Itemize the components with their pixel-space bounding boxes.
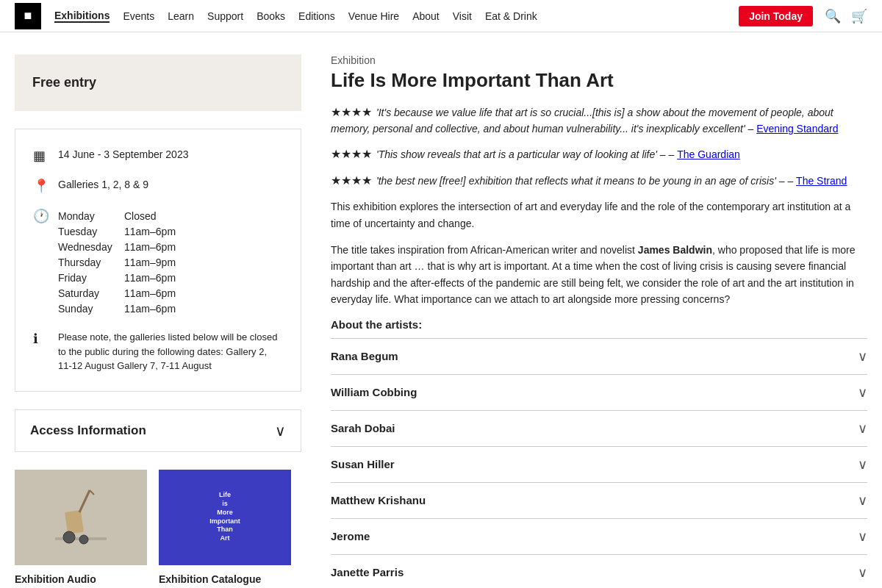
right-column: Exhibition Life Is More Important Than A… — [331, 54, 867, 588]
svg-point-4 — [63, 531, 75, 543]
artist-name: Janette Parris — [331, 566, 404, 578]
artist-name: Susan Hiller — [331, 458, 395, 470]
review-source[interactable]: The Strand — [796, 175, 847, 187]
left-column: Free entry ▦ 14 June - 3 September 2023 … — [15, 54, 301, 588]
catalogue-cover-text: LifeisMoreImportantThanArt — [209, 491, 240, 542]
svg-line-3 — [90, 490, 94, 495]
catalogue-cover: LifeisMoreImportantThanArt — [196, 481, 254, 554]
nav-link-editions[interactable]: Editions — [298, 10, 335, 22]
logo-icon: ■ — [24, 8, 32, 24]
hours-time: 11am–6pm — [124, 301, 176, 317]
chevron-down-icon: ∨ — [858, 348, 867, 365]
navigation: ■ ExhibitionsEventsLearnSupportBooksEdit… — [0, 0, 882, 32]
exhibition-label: Exhibition — [331, 54, 867, 66]
artist-name: Rana Begum — [331, 350, 398, 362]
sculpture-image — [51, 484, 110, 551]
hours-day: Thursday — [58, 255, 124, 270]
review-0: ★★★★'It's because we value life that art… — [331, 104, 867, 137]
hours-time: 11am–6pm — [124, 224, 176, 240]
media-cards: Exhibition AudioDescriptions LifeisMoreI… — [15, 470, 301, 589]
logo[interactable]: ■ — [15, 3, 41, 29]
nav-link-exhibitions[interactable]: Exhibitions — [54, 10, 110, 23]
review-text: 'This show reveals that art is a particu… — [376, 148, 677, 160]
description-1: This exhibition explores the intersectio… — [331, 198, 867, 232]
artist-row-4[interactable]: Matthew Krishanu∨ — [331, 482, 867, 518]
hours-day: Tuesday — [58, 224, 124, 240]
free-entry-box: Free entry — [15, 54, 301, 111]
free-entry-label: Free entry — [32, 75, 96, 90]
catalogue-card[interactable]: LifeisMoreImportantThanArt Exhibition Ca… — [159, 470, 291, 589]
date-row: ▦ 14 June - 3 September 2023 — [33, 147, 283, 164]
catalogue-card-image: LifeisMoreImportantThanArt — [159, 470, 291, 565]
hours-row-wednesday: Wednesday11am–6pm — [58, 240, 176, 255]
artist-name: Jerome — [331, 530, 370, 542]
info-box: ▦ 14 June - 3 September 2023 📍 Galleries… — [15, 129, 301, 392]
hours-time: 11am–9pm — [124, 255, 176, 270]
review-source[interactable]: The Guardian — [677, 148, 740, 160]
chevron-down-icon: ∨ — [858, 456, 867, 473]
artist-row-2[interactable]: Sarah Dobai∨ — [331, 410, 867, 446]
hours-day: Saturday — [58, 286, 124, 301]
date-text: 14 June - 3 September 2023 — [58, 147, 188, 162]
artist-row-6[interactable]: Janette Parris∨ — [331, 554, 867, 588]
nav-link-books[interactable]: Books — [257, 10, 285, 22]
artists-section-label: About the artists: — [331, 318, 867, 331]
reviews: ★★★★'It's because we value life that art… — [331, 104, 867, 190]
artist-row-3[interactable]: Susan Hiller∨ — [331, 446, 867, 482]
hours-day: Wednesday — [58, 240, 124, 255]
access-label: Access Information — [30, 423, 146, 438]
hours-time: 11am–6pm — [124, 286, 176, 301]
review-stars: ★★★★ — [331, 174, 372, 187]
artist-row-5[interactable]: Jerome∨ — [331, 518, 867, 554]
review-stars: ★★★★ — [331, 106, 372, 118]
nav-link-about[interactable]: About — [412, 10, 440, 22]
artist-name: Matthew Krishanu — [331, 494, 426, 506]
chevron-down-icon: ∨ — [858, 492, 867, 509]
hours-row-sunday: Sunday11am–6pm — [58, 301, 176, 317]
artist-name: Sarah Dobai — [331, 422, 395, 434]
hours-day: Friday — [58, 270, 124, 286]
svg-rect-1 — [65, 509, 84, 534]
location-text: Galleries 1, 2, 8 & 9 — [58, 177, 148, 193]
audio-descriptions-card[interactable]: Exhibition AudioDescriptions — [15, 470, 147, 589]
review-source[interactable]: Evening Standard — [756, 123, 838, 135]
artists-list: Rana Begum∨William Cobbing∨Sarah Dobai∨S… — [331, 338, 867, 588]
info-icon: ℹ — [33, 331, 49, 347]
hours-row-thursday: Thursday11am–9pm — [58, 255, 176, 270]
review-2: ★★★★'the best new [free!] exhibition tha… — [331, 172, 867, 190]
access-information-toggle[interactable]: Access Information ∨ — [15, 409, 301, 452]
cart-icon[interactable]: 🛒 — [851, 8, 867, 24]
chevron-down-icon: ∨ — [858, 528, 867, 545]
artist-row-1[interactable]: William Cobbing∨ — [331, 374, 867, 410]
note-text: Please note, the galleries listed below … — [58, 330, 283, 373]
location-row: 📍 Galleries 1, 2, 8 & 9 — [33, 177, 283, 194]
nav-link-learn[interactable]: Learn — [168, 10, 194, 22]
nav-link-visit[interactable]: Visit — [453, 10, 472, 22]
review-stars: ★★★★ — [331, 148, 372, 160]
note-row: ℹ Please note, the galleries listed belo… — [33, 330, 283, 373]
join-button[interactable]: Join Today — [739, 6, 813, 26]
hours-row-monday: MondayClosed — [58, 209, 176, 224]
page-container: Free entry ▦ 14 June - 3 September 2023 … — [0, 32, 882, 588]
location-icon: 📍 — [33, 178, 49, 194]
hours-row-friday: Friday11am–6pm — [58, 270, 176, 286]
hours-time: 11am–6pm — [124, 270, 176, 286]
chevron-down-icon: ∨ — [858, 384, 867, 401]
nav-link-support[interactable]: Support — [207, 10, 243, 22]
nav-link-venue-hire[interactable]: Venue Hire — [348, 10, 399, 22]
nav-actions: 🔍 🛒 — [825, 8, 867, 24]
audio-card-title: Exhibition AudioDescriptions — [15, 573, 147, 589]
nav-link-eat-&-drink[interactable]: Eat & Drink — [485, 10, 537, 22]
chevron-down-icon: ∨ — [858, 564, 867, 581]
nav-links: ExhibitionsEventsLearnSupportBooksEditio… — [54, 10, 739, 23]
hours-day: Sunday — [58, 301, 124, 317]
james-baldwin-name: James Baldwin — [638, 244, 712, 256]
hours-day: Monday — [58, 209, 124, 224]
nav-link-events[interactable]: Events — [123, 10, 154, 22]
review-text: 'the best new [free!] exhibition that re… — [376, 175, 796, 187]
artist-row-0[interactable]: Rana Begum∨ — [331, 338, 867, 374]
review-1: ★★★★'This show reveals that art is a par… — [331, 146, 867, 163]
clock-icon: 🕐 — [33, 208, 49, 224]
hours-table: MondayClosedTuesday11am–6pmWednesday11am… — [58, 209, 176, 317]
search-icon[interactable]: 🔍 — [825, 8, 841, 24]
